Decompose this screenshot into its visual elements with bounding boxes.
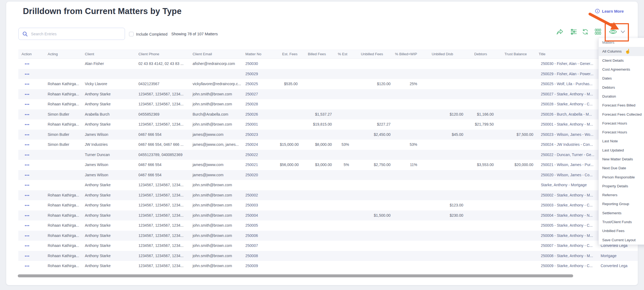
column-header-trust_balance[interactable]: Trust Balance [496, 50, 535, 58]
column-header-client[interactable]: Client [82, 50, 135, 58]
column-header-pct_billed_wip[interactable]: % Billed+WIP [393, 50, 419, 58]
row-actions-button[interactable]: ••• [25, 163, 30, 167]
cell-phone [135, 69, 189, 79]
column-header-email[interactable]: Client Email [189, 50, 242, 58]
row-actions-button[interactable]: ••• [25, 193, 30, 197]
row-actions-button[interactable]: ••• [25, 62, 30, 66]
row-actions-button[interactable]: ••• [25, 112, 30, 116]
row-actions-button[interactable]: ••• [25, 143, 30, 147]
column-header-unbilled_fees[interactable]: Unbilled Fees [351, 50, 393, 58]
row-actions-button[interactable]: ••• [25, 72, 30, 76]
row-actions-button[interactable]: ••• [25, 82, 30, 86]
cell-client: Turner Duncan [82, 150, 135, 160]
row-actions-button[interactable]: ••• [25, 223, 30, 227]
column-header-matter_no[interactable]: Matter No [242, 50, 280, 58]
search-input[interactable] [30, 32, 125, 36]
dropdown-item-forecast-hours[interactable]: Forecast Hours [599, 128, 644, 137]
dropdown-item-dates[interactable]: Dates [599, 74, 644, 83]
column-header-pct_est[interactable]: % Est [334, 50, 351, 58]
cell-pct_billed_wip [393, 99, 419, 109]
cell-client: Anthony Starke [82, 220, 135, 231]
dropdown-item-all-columns[interactable]: All Columns☝ [599, 47, 644, 56]
row-actions-button[interactable]: ••• [25, 244, 30, 248]
row-actions-button[interactable]: ••• [25, 203, 30, 207]
dropdown-item-person-responsible[interactable]: Person Responsible [599, 172, 644, 181]
dropdown-item-settlements[interactable]: Settlements [599, 209, 644, 217]
table-row[interactable]: •••Rohaan Kathirga...Anthony Starke12345… [18, 241, 638, 251]
dropdown-item-unbilled-fees[interactable]: Unbilled Fees [599, 226, 644, 235]
dropdown-item-save-current-layout[interactable]: Save Current Layout [599, 236, 644, 244]
column-header-acting[interactable]: Acting [44, 50, 82, 58]
share-icon[interactable] [556, 28, 563, 36]
row-actions-button[interactable]: ••• [25, 254, 30, 258]
column-header-est_fees[interactable]: Est. Fees [280, 50, 300, 58]
table-row[interactable]: •••Simon ButlerJW Industries0467 666 554… [18, 140, 638, 150]
table-row[interactable]: •••250029250029 - Fisher, Alan - Power..… [18, 69, 638, 79]
row-actions-button[interactable]: ••• [25, 213, 30, 217]
table-row[interactable]: •••Anthony Starke1234567, 1234567, 1234.… [18, 180, 638, 190]
column-header-debtors[interactable]: Debtors [465, 50, 496, 58]
dropdown-item-debtors[interactable]: Debtors [599, 83, 644, 92]
dropdown-item-forecast-fees-billed[interactable]: Forecast Fees Billed [599, 101, 644, 110]
row-actions-button[interactable]: ••• [25, 133, 30, 137]
table-row[interactable]: •••Rohaan Kathirga...Anthony Starke12345… [18, 99, 638, 109]
column-header-unbilled_disb[interactable]: Unbilled Disb [419, 50, 465, 58]
row-actions-button[interactable]: ••• [25, 153, 30, 157]
row-actions-button[interactable]: ••• [25, 234, 30, 238]
dropdown-item-next-due-date[interactable]: Next Due Date [599, 164, 644, 172]
row-settings-icon[interactable] [570, 28, 577, 36]
table-row[interactable]: •••Simon ButlerArabella Burch0455852369B… [18, 109, 638, 120]
dropdown-item-forecast-hours[interactable]: Forecast Hours [599, 119, 644, 128]
table-row[interactable]: •••Rohaan Kathirga...Anthony Starke12345… [18, 231, 638, 241]
row-actions-button[interactable]: ••• [25, 173, 30, 177]
table-row[interactable]: •••Rohaan Kathirga...Anthony Starke12345… [18, 261, 638, 271]
cell-pct_est [334, 200, 351, 210]
column-header-billed_fees[interactable]: Billed Fees [300, 50, 334, 58]
dropdown-item-new-matter-details[interactable]: New Matter Details [599, 155, 644, 164]
table-row[interactable]: •••Rohaan Kathirga...Anthony Starke12345… [18, 190, 638, 201]
chevron-down-icon[interactable] [621, 30, 625, 33]
row-actions-button[interactable]: ••• [25, 92, 30, 96]
row-actions-button[interactable]: ••• [25, 264, 30, 268]
dropdown-item-client-details[interactable]: Client Details [599, 56, 644, 65]
row-actions-button[interactable]: ••• [25, 122, 30, 126]
cell-est_fees [280, 130, 300, 140]
table-row[interactable]: •••Rohaan Kathirga...Anthony Starke12345… [18, 200, 638, 210]
column-header-action[interactable]: Action [18, 50, 44, 58]
column-header-title[interactable]: Title [535, 50, 598, 58]
table-row[interactable]: •••Rohaan Kathirga...Anthony Starke12345… [18, 210, 638, 221]
dropdown-item-duration[interactable]: Duration [599, 92, 644, 101]
table-row[interactable]: •••James Wilson0467 666 554james@jwww.co… [18, 160, 638, 170]
dropdown-item-cost-agreements[interactable]: Cost Agreements [599, 65, 644, 74]
cell-matter_no: 250028 [242, 99, 280, 109]
grid-columns-icon[interactable] [594, 28, 602, 36]
cell-unbilled_disb [419, 160, 465, 170]
row-actions-button[interactable]: ••• [25, 102, 30, 106]
table-row[interactable]: •••James Wilson0467 666 554james@jwww.co… [18, 170, 638, 180]
cell-matter_no: 250007 [242, 241, 280, 251]
table-row[interactable]: •••Rohaan Kathirga...Anthony Starke12345… [18, 89, 638, 99]
dropdown-item-last-note[interactable]: Last Note [599, 137, 644, 146]
dropdown-item-trust-client-funds[interactable]: Trust/Client Funds [599, 217, 644, 226]
table-row[interactable]: •••Rohaan Kathirga...Anthony Starke12345… [18, 251, 638, 261]
include-completed-checkbox[interactable] [129, 32, 134, 36]
learn-more-link[interactable]: Learn More [595, 9, 624, 13]
table-row[interactable]: •••Simon ButlerJames Wilson0467 666 554j… [18, 130, 638, 140]
cell-pct_est [334, 150, 351, 160]
info-icon [595, 9, 600, 13]
horizontal-scrollbar[interactable] [18, 274, 573, 277]
dropdown-item-forecast-fees-collected[interactable]: Forecast Fees Collected [599, 110, 644, 119]
table-row[interactable]: •••Rohaan Kathirga...Anthony Starke12345… [18, 220, 638, 231]
dropdown-item-last-updated[interactable]: Last Updated [599, 146, 644, 155]
dropdown-item-property-details[interactable]: Property Details [599, 182, 644, 191]
dropdown-item-referrers[interactable]: Referrers [599, 191, 644, 199]
table-row[interactable]: •••Rohaan Kathirga...Vicky Llavore043212… [18, 79, 638, 89]
dropdown-item-reporting-group[interactable]: Reporting Group [599, 199, 644, 208]
table-row[interactable]: •••Alan Fisher02 43 83 4142, 02 43 83 ..… [18, 59, 638, 69]
table-row[interactable]: •••Rohaan Kathirga...Anthony Starke12345… [18, 119, 638, 130]
column-header-phone[interactable]: Client Phone [135, 50, 189, 58]
table-row[interactable]: •••Turner Duncan0455123789, 040085236925… [18, 150, 638, 160]
row-actions-button[interactable]: ••• [25, 183, 30, 187]
refresh-icon[interactable] [582, 28, 589, 36]
eye-columns-icon[interactable] [609, 28, 617, 36]
